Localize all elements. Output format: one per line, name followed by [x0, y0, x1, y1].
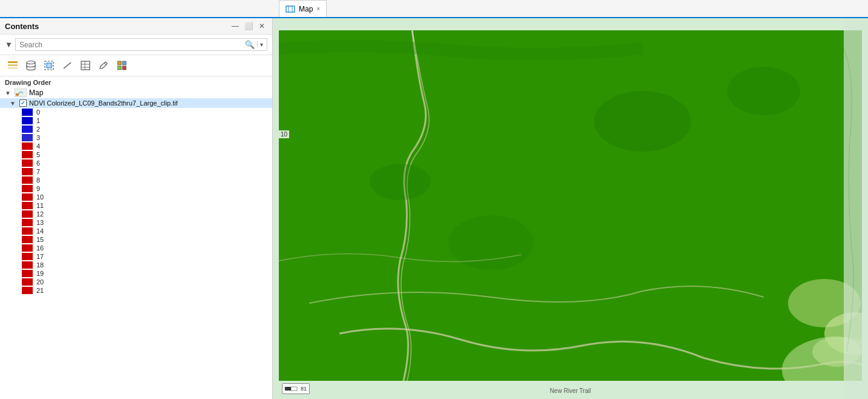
legend-label: 18	[36, 261, 44, 269]
legend-swatch	[22, 202, 33, 209]
layer-checkbox[interactable]	[19, 99, 27, 107]
toolbar	[0, 55, 272, 76]
legend-swatch	[22, 176, 33, 184]
map-label: Map	[29, 89, 43, 97]
legend-item: 3	[0, 133, 272, 142]
feature-icon	[80, 60, 91, 71]
svg-point-4	[27, 61, 35, 64]
svg-rect-14	[122, 61, 126, 65]
close-icon[interactable]: ✕	[256, 21, 267, 32]
svg-rect-13	[118, 61, 121, 65]
legend-swatch	[22, 278, 33, 286]
legend-item: 12	[0, 210, 272, 218]
right-edge-svg	[844, 18, 868, 399]
scale-bar: 81	[282, 383, 310, 394]
search-dropdown-button[interactable]: ▾	[257, 41, 263, 48]
legend-label: 19	[36, 270, 44, 277]
legend-item: 9	[0, 184, 272, 193]
legend-swatch	[22, 109, 33, 116]
float-icon[interactable]: ⬜	[243, 21, 254, 32]
database-icon	[25, 60, 36, 71]
database-button[interactable]	[23, 58, 39, 73]
map-tree-icon	[15, 89, 27, 97]
svg-point-21	[594, 91, 691, 152]
drawing-order-label: Drawing Order	[0, 76, 272, 87]
svg-rect-0	[286, 6, 295, 12]
legend-label: 1	[36, 117, 40, 124]
legend-item: 10	[0, 193, 272, 201]
svg-rect-16	[122, 66, 126, 70]
legend-item: 2	[0, 125, 272, 133]
filter-icon[interactable]: ▼	[5, 40, 13, 49]
search-bar: ▼ 🔍 ▾	[0, 35, 272, 55]
svg-line-7	[64, 62, 71, 69]
map-tab-close[interactable]: ×	[316, 5, 320, 12]
layer-tree-item[interactable]: ▼ NDVI Colorized_LC09_Bands2thru7_Large_…	[0, 98, 272, 108]
legend-label: 15	[36, 236, 44, 243]
annotation-button[interactable]	[96, 58, 112, 73]
legend-container: 0123456789101112131415161718192021	[0, 108, 272, 295]
scale-bar-label: 81	[301, 386, 307, 392]
header-icons: — ⬜ ✕	[230, 21, 267, 32]
legend-label: 17	[36, 253, 44, 260]
search-input-wrapper: 🔍 ▾	[15, 38, 267, 51]
legend-swatch	[22, 126, 33, 133]
map-area[interactable]: 10 New River Trail 81	[273, 18, 868, 399]
legend-label: 20	[36, 278, 44, 286]
legend-label: 14	[36, 227, 44, 235]
legend-swatch	[22, 253, 33, 260]
search-button[interactable]: 🔍	[245, 40, 255, 49]
layer-tree[interactable]: ▼ Map ▼ NDVI Colorized_LC09_Bands2thru7_…	[0, 87, 272, 399]
legend-label: 12	[36, 210, 44, 218]
feature-layer-button[interactable]	[78, 58, 93, 73]
map-expand-arrow[interactable]: ▼	[5, 90, 12, 96]
map-tree-item[interactable]: ▼ Map	[0, 87, 272, 98]
list-icon	[7, 60, 18, 71]
scale-bar-icon	[285, 385, 299, 392]
legend-swatch	[22, 227, 33, 235]
svg-rect-15	[118, 66, 121, 70]
legend-swatch	[22, 210, 33, 218]
legend-label: 10	[36, 193, 44, 201]
ndvi-map	[279, 30, 862, 381]
legend-label: 13	[36, 219, 44, 226]
layer-name: NDVI Colorized_LC09_Bands2thru7_Large_cl…	[29, 99, 178, 107]
scale-badge: 10	[279, 130, 289, 138]
legend-item: 14	[0, 227, 272, 235]
selection-icon	[44, 60, 55, 71]
main-layout: Contents — ⬜ ✕ ▼ 🔍 ▾	[0, 18, 868, 399]
svg-rect-30	[291, 387, 297, 391]
svg-rect-6	[47, 63, 52, 68]
legend-item: 5	[0, 150, 272, 159]
legend-item: 18	[0, 261, 272, 269]
legend-label: 5	[36, 151, 40, 158]
raster-button[interactable]	[114, 58, 130, 73]
legend-item: 8	[0, 176, 272, 184]
svg-line-12	[104, 63, 106, 65]
svg-rect-3	[8, 67, 18, 69]
svg-rect-2	[8, 64, 18, 66]
map-svg	[279, 30, 862, 381]
legend-item: 21	[0, 286, 272, 295]
selection-button[interactable]	[41, 58, 57, 73]
legend-swatch	[22, 185, 33, 192]
legend-item: 16	[0, 244, 272, 252]
search-input[interactable]	[19, 41, 242, 49]
legend-swatch	[22, 117, 33, 124]
contents-panel: Contents — ⬜ ✕ ▼ 🔍 ▾	[0, 18, 273, 399]
map-tab-icon	[285, 4, 295, 14]
contents-title: Contents	[5, 22, 39, 31]
layer-expand-arrow[interactable]: ▼	[10, 100, 17, 107]
map-tab[interactable]: Map ×	[279, 0, 327, 17]
legend-item: 20	[0, 278, 272, 286]
legend-label: 4	[36, 142, 40, 150]
drawing-order-button[interactable]	[5, 58, 21, 73]
svg-rect-18	[16, 93, 19, 96]
pin-icon[interactable]: —	[230, 21, 241, 32]
bottom-label: New River Trail	[550, 387, 591, 394]
legend-label: 3	[36, 134, 40, 141]
annotation-icon	[98, 60, 109, 71]
legend-label: 7	[36, 168, 40, 175]
svg-rect-8	[81, 61, 90, 70]
line-button[interactable]	[59, 58, 75, 73]
